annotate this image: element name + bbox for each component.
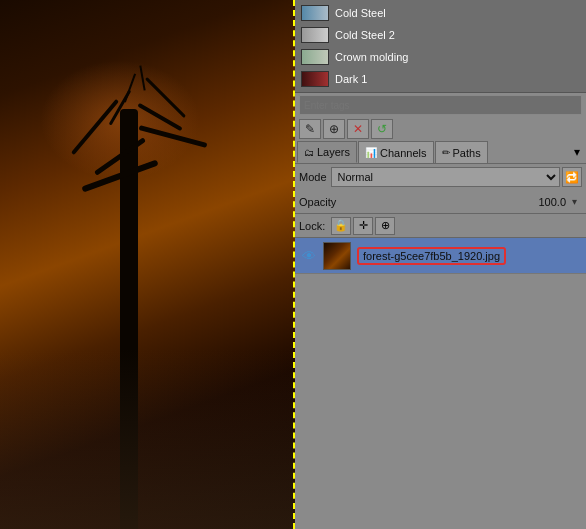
opacity-label: Opacity: [299, 196, 336, 208]
swatch-cold-steel: [301, 5, 329, 21]
layer-name-text: forest-g5cee7fb5b_1920.jpg: [357, 247, 506, 265]
mode-extra-btn1[interactable]: 🔁: [562, 167, 582, 187]
layer-thumbnail: [323, 242, 351, 270]
layers-panel-bottom: [295, 384, 586, 530]
swatch-cold-steel-2: [301, 27, 329, 43]
swatch-dark-1: [301, 71, 329, 87]
tags-input[interactable]: [304, 100, 577, 111]
layers-list: 👁 forest-g5cee7fb5b_1920.jpg: [295, 238, 586, 384]
layers-tab-icon: 🗂: [304, 147, 314, 158]
dropdown-label-crown-molding: Crown molding: [335, 51, 408, 63]
lock-pixels-button[interactable]: 🔒: [331, 217, 351, 235]
mode-select[interactable]: Normal Dissolve Multiply Screen Overlay: [331, 167, 560, 187]
dropdown-label-dark-1: Dark 1: [335, 73, 367, 85]
layer-visibility-toggle[interactable]: 👁: [299, 246, 319, 266]
tab-layers[interactable]: 🗂 Layers: [297, 141, 357, 163]
tab-channels[interactable]: 📊 Channels: [358, 141, 433, 163]
toolbar-row: ✎ ⊕ ✕ ↺: [295, 117, 586, 141]
image-panel: [0, 0, 295, 529]
layer-thumbnail-inner: [324, 243, 350, 269]
mode-label: Mode: [299, 171, 327, 183]
add-button[interactable]: ⊕: [323, 119, 345, 139]
layer-name: forest-g5cee7fb5b_1920.jpg: [357, 250, 582, 262]
mode-row: Mode Normal Dissolve Multiply Screen Ove…: [295, 164, 586, 190]
opacity-end-button[interactable]: ▾: [566, 194, 582, 210]
dropdown-item-crown-molding[interactable]: Crown molding: [295, 46, 586, 68]
selection-border: [293, 0, 295, 529]
tab-channels-label: Channels: [380, 147, 426, 159]
panel-menu-button[interactable]: ▾: [570, 143, 584, 161]
preset-dropdown-list: Cold Steel Cold Steel 2 Crown molding Da…: [295, 0, 586, 93]
layer-item[interactable]: 👁 forest-g5cee7fb5b_1920.jpg: [295, 238, 586, 274]
dropdown-item-cold-steel[interactable]: Cold Steel: [295, 2, 586, 24]
lock-position-button[interactable]: ✛: [353, 217, 373, 235]
tab-layers-label: Layers: [317, 146, 350, 158]
lock-alpha-button[interactable]: ⊕: [375, 217, 395, 235]
dropdown-label-cold-steel-2: Cold Steel 2: [335, 29, 395, 41]
refresh-button[interactable]: ↺: [371, 119, 393, 139]
tab-paths-label: Paths: [453, 147, 481, 159]
edit-button[interactable]: ✎: [299, 119, 321, 139]
fog-effect: [0, 349, 295, 529]
opacity-row: Opacity 100.0 ▾: [295, 190, 586, 214]
dropdown-item-cold-steel-2[interactable]: Cold Steel 2: [295, 24, 586, 46]
opacity-value: 100.0: [538, 196, 566, 208]
swatch-crown-molding: [301, 49, 329, 65]
lock-label: Lock:: [299, 220, 325, 232]
layers-panel: Cold Steel Cold Steel 2 Crown molding Da…: [295, 0, 586, 529]
paths-tab-icon: ✏: [442, 147, 450, 158]
delete-button[interactable]: ✕: [347, 119, 369, 139]
tags-bar[interactable]: [299, 95, 582, 115]
dropdown-label-cold-steel: Cold Steel: [335, 7, 386, 19]
dropdown-item-dark-1[interactable]: Dark 1: [295, 68, 586, 90]
lock-row: Lock: 🔒 ✛ ⊕: [295, 214, 586, 238]
tab-paths[interactable]: ✏ Paths: [435, 141, 488, 163]
channels-tab-icon: 📊: [365, 147, 377, 158]
tabs-row: 🗂 Layers 📊 Channels ✏ Paths ▾: [295, 141, 586, 164]
forest-image: [0, 0, 295, 529]
